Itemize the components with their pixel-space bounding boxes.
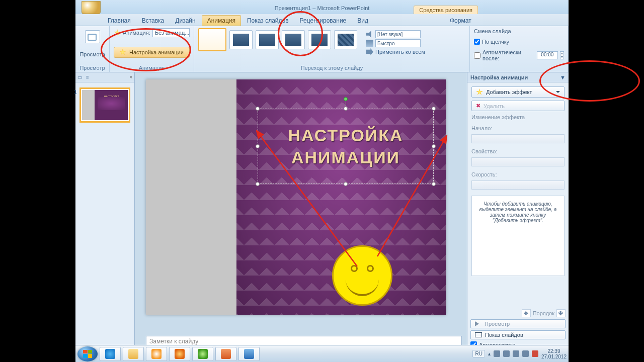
transition-thumb[interactable]: [308, 30, 331, 49]
tab-home[interactable]: Главная: [103, 16, 136, 26]
resize-handle[interactable]: [432, 182, 436, 186]
move-up-button[interactable]: 🡹: [522, 309, 531, 317]
start-button[interactable]: [77, 346, 98, 361]
folder-icon: [128, 349, 138, 359]
tab-view[interactable]: Вид: [352, 16, 373, 26]
group-animation-label: Анимация: [114, 65, 190, 71]
title-text[interactable]: НАСТРОЙКА АНИМАЦИИ: [263, 114, 428, 178]
on-click-check[interactable]: По щелчку: [474, 39, 564, 45]
auto-after-checkbox[interactable]: [474, 52, 480, 59]
windows-taskbar: RU ▴ 22:3927.01.2012: [75, 345, 569, 362]
tab-insert[interactable]: Вставка: [137, 16, 170, 26]
custom-animation-button[interactable]: Настройка анимации: [114, 47, 190, 58]
on-click-checkbox[interactable]: [474, 39, 480, 45]
move-down-button[interactable]: 🡻: [556, 309, 566, 317]
volume-icon[interactable]: [522, 350, 529, 357]
tray-arrow-icon[interactable]: ▴: [488, 351, 491, 356]
tray-icon[interactable]: [513, 350, 519, 357]
chevron-down-icon[interactable]: ▼: [560, 74, 566, 80]
taskbar-word[interactable]: [238, 347, 260, 361]
taskpane-header[interactable]: Настройка анимации▼: [467, 72, 569, 82]
resize-handle[interactable]: [256, 107, 260, 111]
change-title: Смена слайда: [474, 28, 564, 34]
slideshow-button[interactable]: Показ слайдов: [470, 330, 566, 339]
transition-thumb[interactable]: [229, 30, 253, 49]
group-preview: Просмотр Просмотр: [75, 26, 110, 72]
group-slide-change: Смена слайда По щелчку Автоматически пос…: [470, 26, 569, 72]
auto-after[interactable]: Автоматически после: 00:00 ▲▼: [474, 49, 564, 61]
animation-icon: [114, 29, 121, 36]
powerpoint-icon: [221, 349, 231, 359]
preview-btn-label: Просмотр: [79, 51, 105, 57]
transition-none[interactable]: [198, 28, 226, 51]
hint-text: Чтобы добавить анимацию, выделите элемен…: [471, 196, 565, 276]
start-combo[interactable]: [471, 134, 565, 143]
animation-combo[interactable]: Без анимац...: [152, 28, 190, 37]
resize-handle[interactable]: [432, 107, 436, 111]
spin-up[interactable]: ▲: [560, 52, 564, 55]
speed-icon: [366, 40, 373, 47]
preview-button[interactable]: Просмотр: [470, 319, 566, 328]
workspace: ▭ ≡ × 1 НАСТРОЙКА АНИМАЦИИ: [75, 72, 569, 351]
star-icon: [476, 88, 483, 96]
taskbar-ie[interactable]: [100, 347, 121, 361]
outline-tab-icon[interactable]: ≡: [86, 74, 89, 80]
clock[interactable]: 22:3927.01.2012: [541, 348, 567, 359]
resize-handle[interactable]: [256, 182, 260, 186]
property-combo[interactable]: [471, 157, 565, 166]
tray-icon[interactable]: [532, 350, 538, 357]
tab-animation[interactable]: Анимация: [202, 15, 241, 26]
utorrent-icon: [198, 349, 208, 359]
resize-handle[interactable]: [432, 144, 436, 148]
wmp-icon: [151, 349, 162, 359]
slide-editor[interactable]: НАСТРОЙКА АНИМАЦИИ Заметки к слайду: [135, 72, 467, 351]
tab-slideshow[interactable]: Показ слайдов: [242, 16, 294, 26]
transition-thumb[interactable]: [256, 30, 279, 49]
tray-icon[interactable]: [503, 350, 510, 357]
change-effect-header: Изменение эффекта: [471, 114, 565, 120]
title-placeholder[interactable]: НАСТРОЙКА АНИМАЦИИ: [258, 109, 434, 184]
slides-tab-icon[interactable]: ▭: [77, 74, 82, 80]
taskbar-powerpoint[interactable]: [215, 347, 236, 361]
resize-handle[interactable]: [344, 182, 348, 186]
custom-animation-pane: Настройка анимации▼ Добавить эффект ✖ Уд…: [467, 72, 569, 351]
spin-down[interactable]: ▼: [560, 55, 564, 59]
taskbar-firefox[interactable]: [169, 347, 190, 361]
apply-to-all[interactable]: Применить ко всем: [366, 48, 425, 55]
system-tray: RU ▴ 22:3927.01.2012: [472, 348, 567, 359]
tab-review[interactable]: Рецензирование: [295, 16, 352, 26]
tab-format[interactable]: Формат: [445, 16, 476, 26]
ribbon-tabs: Главная Вставка Дизайн Анимация Показ сл…: [75, 14, 569, 26]
close-panel-icon[interactable]: ×: [129, 74, 132, 80]
windows-logo-icon: [83, 350, 92, 358]
rotate-handle[interactable]: [344, 97, 348, 101]
remove-effect-button[interactable]: ✖ Удалить: [471, 101, 565, 111]
taskbar-wmp[interactable]: [146, 347, 167, 361]
word-icon: [244, 349, 254, 359]
slide-thumbnail-1[interactable]: 1 НАСТРОЙКА АНИМАЦИИ: [79, 87, 130, 123]
preview-button[interactable]: [85, 30, 100, 43]
auto-after-value[interactable]: 00:00: [537, 51, 558, 59]
sound-combo[interactable]: [Нет звука]: [375, 30, 421, 38]
animation-label: Анимация:: [123, 30, 150, 36]
taskbar-explorer[interactable]: [123, 347, 144, 361]
sound-icon: [366, 31, 373, 38]
slide-canvas[interactable]: НАСТРОЙКА АНИМАЦИИ: [146, 79, 446, 315]
tab-design[interactable]: Дизайн: [170, 16, 200, 26]
resize-handle[interactable]: [256, 144, 260, 148]
panel-tabs: ▭ ≡ ×: [75, 72, 134, 82]
speed-combo[interactable]: Быстро: [375, 39, 421, 47]
transition-thumb[interactable]: [334, 30, 357, 49]
resize-handle[interactable]: [344, 107, 348, 111]
speed-combo[interactable]: [471, 180, 565, 190]
contextual-tab-drawing[interactable]: Средства рисования: [414, 6, 478, 14]
tray-icon[interactable]: [494, 350, 500, 357]
add-effect-button[interactable]: Добавить эффект: [471, 86, 565, 98]
taskbar-utorrent[interactable]: [192, 347, 213, 361]
speed-label: Скорость:: [471, 171, 565, 177]
transition-gallery[interactable]: [Нет звука] Быстро Применить ко всем: [198, 30, 465, 56]
office-button[interactable]: [82, 1, 101, 14]
transition-thumb[interactable]: [282, 30, 305, 49]
input-language[interactable]: RU: [472, 350, 485, 357]
group-animation: Анимация: Без анимац... Настройка анимац…: [110, 26, 194, 72]
